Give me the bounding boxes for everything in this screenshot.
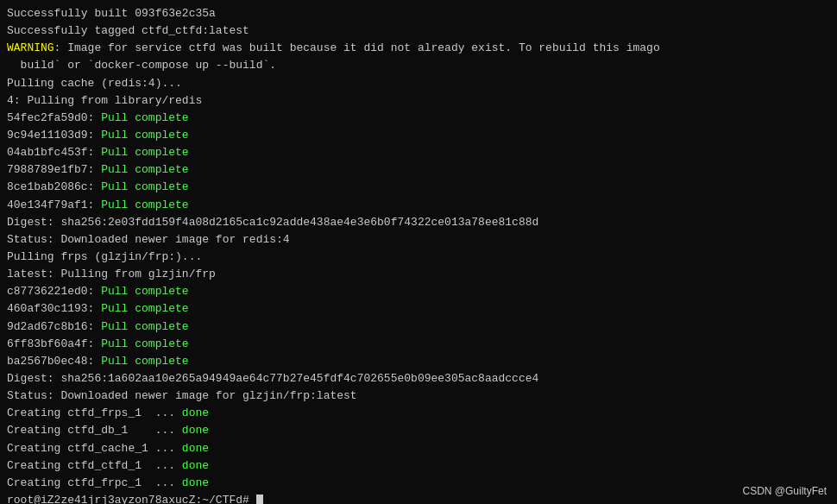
terminal-line: Status: Downloaded newer image for glzji… (7, 387, 830, 405)
terminal-line: Creating ctfd_cache_1 ... done (7, 440, 830, 457)
terminal-line: 9d2ad67c8b16: Pull complete (7, 318, 830, 336)
terminal-line: c87736221ed0: Pull complete (7, 283, 830, 300)
terminal-line: 6ff83bf60a4f: Pull complete (7, 336, 830, 353)
terminal-line: Pulling frps (glzjin/frp:)... (7, 249, 830, 266)
terminal-line: latest: Pulling from glzjin/frp (7, 266, 830, 283)
done-label: done (182, 476, 209, 489)
cursor (256, 495, 263, 505)
terminal-line: Digest: sha256:1a602aa10e265a94949ae64c7… (7, 370, 830, 387)
terminal-line: 54fec2fa59d0: Pull complete (7, 110, 830, 127)
done-label: done (182, 459, 209, 472)
terminal-line: Status: Downloaded newer image for redis… (7, 231, 830, 249)
done-label: done (182, 424, 209, 437)
terminal-line: Creating ctfd_ctfd_1 ... done (7, 457, 830, 475)
terminal-line: Creating ctfd_db_1 ... done (7, 422, 830, 439)
terminal-line: 04ab1bfc453f: Pull complete (7, 144, 830, 161)
terminal-line: WARNING: Image for service ctfd was buil… (7, 40, 830, 57)
terminal-line: 4: Pulling from library/redis (7, 92, 830, 110)
terminal-line: Successfully built 093f63e2c35a (7, 5, 830, 22)
terminal: Successfully built 093f63e2c35aSuccessfu… (0, 0, 837, 504)
warning-label: WARNING (7, 41, 54, 54)
terminal-line: ba2567b0ec48: Pull complete (7, 353, 830, 370)
done-label: done (182, 442, 209, 455)
terminal-line: Successfully tagged ctfd_ctfd:latest (7, 22, 830, 40)
watermark: CSDN @GuiltyFet (742, 485, 827, 497)
terminal-line: 9c94e11103d9: Pull complete (7, 127, 830, 144)
terminal-line: root@iZ2ze41jrj3ayzon78axucZ:~/CTFd# (7, 492, 830, 504)
terminal-line: 8ce1bab2086c: Pull complete (7, 179, 830, 196)
terminal-line: 7988789e1fb7: Pull complete (7, 161, 830, 179)
terminal-line: 460af30c1193: Pull complete (7, 300, 830, 318)
terminal-line: build` or `docker-compose up --build`. (7, 57, 830, 74)
terminal-line: Digest: sha256:2e03fdd159f4a08d2165ca1c9… (7, 214, 830, 231)
terminal-line: 40e134f79af1: Pull complete (7, 197, 830, 214)
done-label: done (182, 406, 209, 419)
terminal-line: Pulling cache (redis:4)... (7, 75, 830, 92)
terminal-line: Creating ctfd_frps_1 ... done (7, 405, 830, 422)
terminal-line: Creating ctfd_frpc_1 ... done (7, 475, 830, 492)
